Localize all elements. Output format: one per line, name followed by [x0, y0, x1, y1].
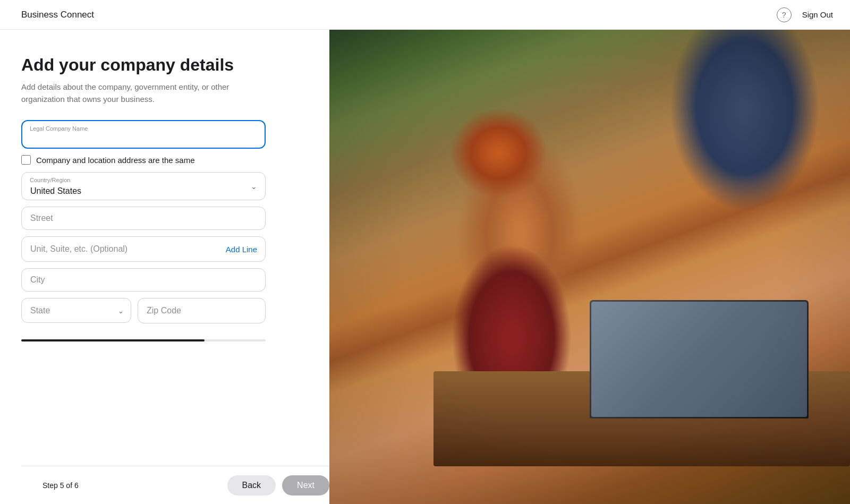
add-line-button[interactable]: Add Line	[226, 245, 257, 254]
state-select[interactable]: State ALAKAZAR CACOCTDE FLGAHIID ILINIAK…	[21, 298, 131, 323]
sign-out-button[interactable]: Sign Out	[802, 10, 833, 19]
form-container: Legal Company Name Company and location …	[21, 120, 308, 466]
step-label: Step 5 of 6	[42, 481, 79, 490]
same-address-label: Company and location address are the sam…	[36, 156, 195, 165]
zip-input[interactable]	[138, 298, 266, 323]
logo: Business Connect	[17, 10, 94, 20]
country-select[interactable]: United States Canada United Kingdom Aust…	[21, 172, 266, 200]
back-button[interactable]: Back	[227, 475, 276, 496]
progress-track	[21, 339, 266, 341]
vignette	[329, 30, 850, 504]
legal-company-name-input[interactable]	[21, 120, 266, 149]
state-select-wrapper: State ALAKAZAR CACOCTDE FLGAHIID ILINIAK…	[21, 298, 131, 323]
state-zip-row: State ALAKAZAR CACOCTDE FLGAHIID ILINIAK…	[21, 298, 266, 323]
footer-buttons: Back Next	[227, 475, 329, 496]
page-description: Add details about the company, governmen…	[21, 81, 234, 105]
logo-text: Business Connect	[21, 10, 94, 20]
legal-company-name-wrapper: Legal Company Name	[21, 120, 266, 149]
left-panel: Add your company details Add details abo…	[0, 30, 329, 504]
main-content: Add your company details Add details abo…	[0, 30, 850, 504]
same-address-checkbox[interactable]	[21, 155, 31, 165]
unit-wrapper: Add Line	[21, 236, 266, 262]
street-input[interactable]	[21, 207, 266, 230]
header: Business Connect ? Sign Out	[0, 0, 850, 30]
header-right: ? Sign Out	[777, 7, 833, 22]
help-icon: ?	[782, 11, 786, 19]
page-title: Add your company details	[21, 55, 308, 75]
city-input[interactable]	[21, 268, 266, 292]
hero-image	[329, 30, 850, 504]
footer: Step 5 of 6 Back Next	[21, 466, 329, 504]
progress-fill	[21, 339, 205, 341]
right-panel	[329, 30, 850, 504]
help-button[interactable]: ?	[777, 7, 792, 22]
next-button[interactable]: Next	[282, 475, 329, 496]
progress-area	[21, 330, 266, 351]
checkbox-row: Company and location address are the sam…	[21, 155, 266, 165]
country-wrapper: Country/Region United States Canada Unit…	[21, 172, 266, 200]
